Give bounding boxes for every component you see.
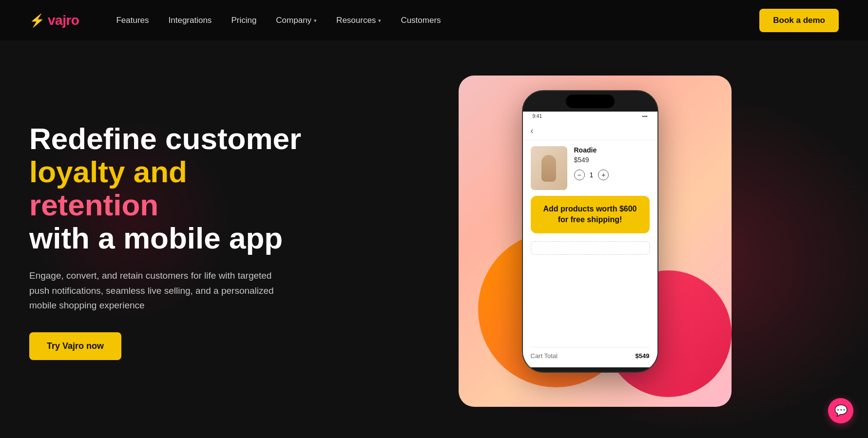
title-retention: retention (29, 188, 158, 222)
product-name: Roadie (574, 146, 650, 154)
qty-number: 1 (590, 171, 594, 179)
hero-title: Redefine customer loyalty and retention … (29, 122, 312, 255)
chat-icon: 💬 (834, 404, 848, 417)
nav-pricing[interactable]: Pricing (223, 12, 264, 29)
screen-header: ‹ (523, 121, 657, 140)
nav-integrations[interactable]: Integrations (161, 12, 220, 29)
title-loyalty: loyalty (29, 155, 125, 189)
hero-content: Redefine customer loyalty and retention … (29, 122, 312, 361)
coupon-area (531, 241, 650, 255)
upsell-text: Add products worth $600 for free shippin… (543, 205, 637, 224)
cart-total-row: Cart Total $549 (531, 347, 650, 362)
hero-section: Redefine customer loyalty and retention … (0, 41, 868, 431)
phone-device: 9:41 ▪▪▪ ‹ Roadie $549 (522, 90, 658, 373)
company-chevron-icon: ▾ (314, 18, 317, 24)
product-image (531, 146, 567, 190)
title-and: and (134, 155, 187, 189)
chat-button[interactable]: 💬 (828, 398, 853, 423)
try-vajro-button[interactable]: Try Vajro now (29, 332, 121, 360)
back-arrow-icon: ‹ (531, 126, 534, 136)
cart-label: Cart Total (531, 352, 558, 360)
logo-text: vajro (48, 13, 79, 28)
navigation: ⚡ vajro Features Integrations Pricing Co… (0, 0, 868, 41)
status-icons: ▪▪▪ (642, 114, 648, 119)
nav-links: Features Integrations Pricing Company ▾ … (108, 12, 759, 29)
product-row: Roadie $549 − 1 + (531, 146, 650, 190)
screen-content: Roadie $549 − 1 + Add products worth $60 (523, 140, 657, 367)
product-price: $549 (574, 156, 650, 164)
logo-icon: ⚡ (29, 14, 45, 27)
nav-resources[interactable]: Resources ▾ (328, 12, 389, 29)
dynamic-island (566, 95, 615, 108)
resources-chevron-icon: ▾ (378, 18, 381, 24)
status-bar: 9:41 ▪▪▪ (523, 112, 657, 121)
phone-container: 9:41 ▪▪▪ ‹ Roadie $549 (449, 76, 732, 407)
nav-customers[interactable]: Customers (393, 12, 448, 29)
phone-time: 9:41 (533, 114, 542, 119)
qty-decrease-button[interactable]: − (574, 170, 585, 180)
qty-increase-button[interactable]: + (598, 170, 609, 180)
cart-amount: $549 (636, 352, 650, 360)
logo[interactable]: ⚡ vajro (29, 13, 79, 28)
hero-visual: 9:41 ▪▪▪ ‹ Roadie $549 (341, 76, 839, 407)
quantity-control: − 1 + (574, 170, 650, 180)
product-info: Roadie $549 − 1 + (574, 146, 650, 180)
book-demo-button[interactable]: Book a demo (759, 9, 839, 32)
upsell-banner: Add products worth $600 for free shippin… (531, 196, 650, 233)
phone-screen: ‹ Roadie $549 − 1 + (523, 121, 657, 367)
phone-notch (523, 91, 657, 112)
nav-features[interactable]: Features (108, 12, 156, 29)
hero-subtitle: Engage, convert, and retain customers fo… (29, 268, 283, 313)
nav-company[interactable]: Company ▾ (268, 12, 325, 29)
